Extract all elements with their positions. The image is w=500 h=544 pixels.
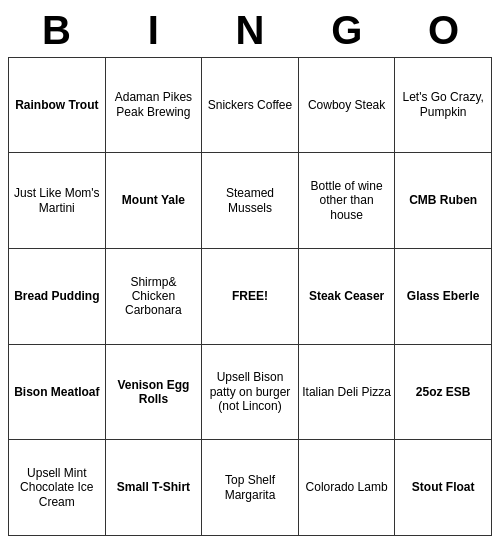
cell-1-1: Mount Yale [105, 153, 202, 249]
cell-0-3: Cowboy Steak [298, 57, 395, 153]
grid-row-3: Bison MeatloafVenison Egg RollsUpsell Bi… [9, 344, 492, 440]
grid-row-0: Rainbow TroutAdaman Pikes Peak BrewingSn… [9, 57, 492, 153]
cell-1-4: CMB Ruben [395, 153, 492, 249]
cell-4-3: Colorado Lamb [298, 440, 395, 536]
grid-row-4: Upsell Mint Chocolate Ice CreamSmall T-S… [9, 440, 492, 536]
cell-2-3: Steak Ceaser [298, 248, 395, 344]
cell-2-2: FREE! [202, 248, 299, 344]
header-letter-o: O [395, 8, 492, 53]
cell-2-0: Bread Pudding [9, 248, 106, 344]
cell-0-1: Adaman Pikes Peak Brewing [105, 57, 202, 153]
cell-2-4: Glass Eberle [395, 248, 492, 344]
bingo-header: BINGO [8, 8, 492, 53]
header-letter-i: I [105, 8, 202, 53]
cell-4-2: Top Shelf Margarita [202, 440, 299, 536]
cell-3-0: Bison Meatloaf [9, 344, 106, 440]
cell-1-3: Bottle of wine other than house [298, 153, 395, 249]
cell-3-4: 25oz ESB [395, 344, 492, 440]
cell-0-2: Snickers Coffee [202, 57, 299, 153]
header-letter-g: G [298, 8, 395, 53]
header-letter-b: B [8, 8, 105, 53]
cell-1-2: Steamed Mussels [202, 153, 299, 249]
cell-1-0: Just Like Mom's Martini [9, 153, 106, 249]
grid-row-2: Bread PuddingShirmp& Chicken CarbonaraFR… [9, 248, 492, 344]
cell-2-1: Shirmp& Chicken Carbonara [105, 248, 202, 344]
cell-4-4: Stout Float [395, 440, 492, 536]
cell-3-2: Upsell Bison patty on burger (not Lincon… [202, 344, 299, 440]
bingo-table: Rainbow TroutAdaman Pikes Peak BrewingSn… [8, 57, 492, 536]
cell-4-1: Small T-Shirt [105, 440, 202, 536]
header-letter-n: N [202, 8, 299, 53]
cell-4-0: Upsell Mint Chocolate Ice Cream [9, 440, 106, 536]
cell-0-0: Rainbow Trout [9, 57, 106, 153]
grid-row-1: Just Like Mom's MartiniMount YaleSteamed… [9, 153, 492, 249]
cell-0-4: Let's Go Crazy, Pumpkin [395, 57, 492, 153]
cell-3-3: Italian Deli Pizza [298, 344, 395, 440]
cell-3-1: Venison Egg Rolls [105, 344, 202, 440]
